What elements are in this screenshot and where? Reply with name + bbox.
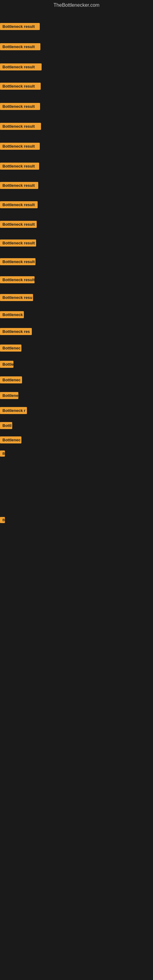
item-spacer-17 (0, 320, 153, 327)
bottleneck-badge-6: Bottleneck result (0, 123, 41, 130)
list-item: Bottle (0, 360, 153, 369)
bottleneck-badge-10: Bottleneck result (0, 201, 38, 208)
item-spacer-14 (0, 267, 153, 275)
list-item: Bottleneck result (0, 161, 153, 171)
item-spacer-2 (0, 32, 153, 42)
item-spacer-22 (0, 401, 153, 406)
item-spacer-13 (0, 248, 153, 257)
bottleneck-badge-19: Bottle (0, 361, 13, 368)
bottleneck-badge-20: Bottlenec (0, 376, 22, 383)
bottleneck-badge-18: Bottlenec (0, 345, 21, 352)
item-spacer-21 (0, 385, 153, 391)
bottleneck-badge-28: B (0, 517, 5, 523)
item-spacer-3 (0, 52, 153, 62)
bottleneck-badge-23: Bottl (0, 422, 12, 429)
item-spacer-20 (0, 370, 153, 375)
bottleneck-badge-25: B (0, 450, 5, 457)
site-header: TheBottlenecker.com (0, 0, 153, 10)
list-item: Bottleneck result (0, 257, 153, 266)
item-spacer-18 (0, 337, 153, 343)
site-title: TheBottlenecker.com (0, 0, 153, 10)
item-spacer-26 (0, 458, 153, 475)
list-item: Bottlene (0, 391, 153, 400)
item-spacer-30 (0, 545, 153, 562)
item-spacer-10 (0, 191, 153, 200)
item-spacer-5 (0, 92, 153, 102)
item-spacer-15 (0, 285, 153, 293)
list-item: Bottleneck result (0, 42, 153, 51)
list-item: Bottlenec (0, 435, 153, 445)
bottleneck-badge-9: Bottleneck result (0, 182, 38, 189)
list-item: Bottleneck result (0, 122, 153, 131)
bottleneck-badge-21: Bottlene (0, 392, 18, 399)
list-item: Bottleneck result (0, 238, 153, 248)
list-item: Bottleneck result (0, 81, 153, 91)
item-spacer-9 (0, 172, 153, 181)
item-spacer-27 (0, 475, 153, 499)
list-item: Bottleneck (0, 310, 153, 320)
list-item: Bottlenec (0, 375, 153, 385)
item-spacer-8 (0, 151, 153, 161)
item-spacer-31 (0, 562, 153, 579)
bottleneck-badge-1: Bottleneck result (0, 23, 40, 30)
list-item: Bottleneck result (0, 22, 153, 31)
item-spacer-4 (0, 72, 153, 81)
item-spacer-19 (0, 353, 153, 360)
bottleneck-badge-12: Bottleneck result (0, 240, 36, 247)
item-spacer-16 (0, 303, 153, 310)
list-item: Bottleneck result (0, 200, 153, 210)
bottleneck-badge-3: Bottleneck result (0, 64, 41, 70)
bottleneck-badge-2: Bottleneck result (0, 43, 40, 50)
item-spacer-11 (0, 210, 153, 219)
list-item: Bottl (0, 421, 153, 430)
list-item: Bottleneck result (0, 181, 153, 190)
item-spacer-1 (0, 12, 153, 22)
item-spacer-29 (0, 525, 153, 545)
items-container: Bottleneck resultBottleneck resultBottle… (0, 10, 153, 580)
list-item: Bottlenec (0, 343, 153, 353)
bottleneck-badge-11: Bottleneck result (0, 221, 37, 228)
bottleneck-badge-16: Bottleneck (0, 311, 24, 318)
item-spacer-23 (0, 416, 153, 420)
bottleneck-badge-4: Bottleneck result (0, 83, 41, 90)
bottleneck-badge-8: Bottleneck result (0, 162, 39, 170)
item-spacer-12 (0, 230, 153, 239)
list-item: Bottleneck resu (0, 293, 153, 302)
bottleneck-badge-13: Bottleneck result (0, 258, 35, 265)
item-spacer-28 (0, 499, 153, 516)
bottleneck-badge-7: Bottleneck result (0, 143, 40, 150)
bottleneck-badge-5: Bottleneck result (0, 103, 40, 110)
list-item: B (0, 449, 153, 458)
bottleneck-badge-17: Bottleneck res (0, 328, 32, 335)
list-item: B (0, 516, 153, 524)
bottleneck-badge-24: Bottlenec (0, 436, 21, 444)
list-item: Bottleneck result (0, 275, 153, 285)
bottleneck-badge-22: Bottleneck r (0, 407, 27, 414)
list-item: Bottleneck result (0, 102, 153, 111)
list-item: Bottleneck result (0, 220, 153, 229)
list-item: Bottleneck result (0, 142, 153, 151)
item-spacer-25 (0, 445, 153, 449)
item-spacer-6 (0, 112, 153, 122)
list-item: Bottleneck result (0, 62, 153, 72)
item-spacer-7 (0, 132, 153, 142)
bottleneck-badge-14: Bottleneck result (0, 276, 35, 283)
bottleneck-badge-15: Bottleneck resu (0, 294, 33, 301)
item-spacer-24 (0, 431, 153, 435)
list-item: Bottleneck r (0, 406, 153, 415)
list-item: Bottleneck res (0, 327, 153, 336)
